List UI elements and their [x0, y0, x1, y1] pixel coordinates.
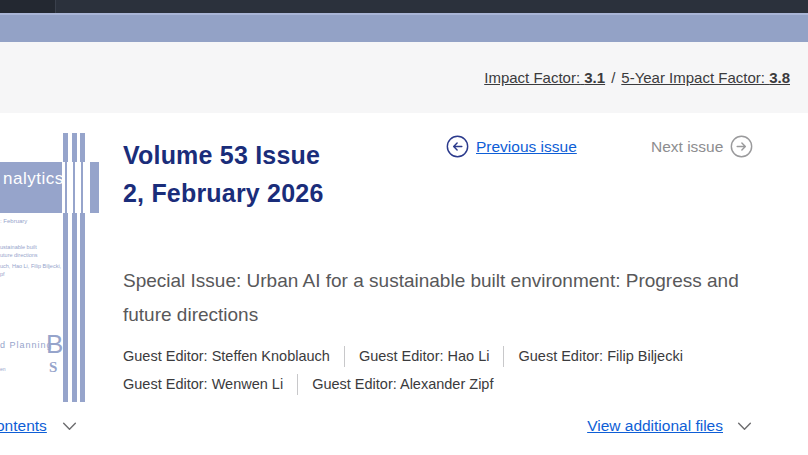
guest-editor: Guest Editor: Alexander Zipf	[312, 376, 493, 392]
journal-issue-page: Impact Factor: 3.1 / 5-Year Impact Facto…	[0, 0, 808, 455]
cover-text-line: uch, Hao Li, Filip Biljecki,	[0, 262, 61, 270]
cover-masthead-band: nalytics	[0, 162, 99, 213]
arrow-right-circle-icon	[730, 135, 753, 158]
issue-toolbar: ontents View additional files	[0, 417, 808, 447]
five-year-impact-factor-link[interactable]: 5-Year Impact Factor: 3.8	[621, 69, 790, 86]
view-additional-files-toggle[interactable]: View additional files	[587, 417, 752, 435]
metrics-separator: /	[611, 69, 615, 86]
previous-issue-link[interactable]: Previous issue	[446, 135, 577, 158]
cover-text-line: pf	[0, 270, 61, 278]
issue-title: Volume 53 Issue2, February 2026	[123, 136, 433, 212]
impact-factor-value: 3.1	[584, 69, 605, 86]
view-additional-files-label: View additional files	[587, 417, 723, 435]
chevron-down-icon	[737, 422, 752, 431]
guest-editor: Guest Editor: Steffen Knoblauch	[123, 348, 330, 364]
special-issue-title: Special Issue: Urban AI for a sustainabl…	[123, 264, 763, 331]
cover-band-window	[62, 162, 90, 213]
cover-thin-stripe	[81, 162, 83, 213]
journal-cover-image[interactable]: nalytics : February ustainable built utu…	[0, 128, 99, 410]
impact-factor-link[interactable]: Impact Factor: 3.1	[484, 69, 605, 86]
guest-editor: Guest Editor: Hao Li	[359, 348, 490, 364]
cover-masthead-text: nalytics	[3, 169, 64, 189]
table-of-contents-label: ontents	[0, 417, 47, 435]
metrics-band: Impact Factor: 3.1 / 5-Year Impact Facto…	[0, 42, 808, 113]
cover-issue-text: ustainable built uture directions uch, H…	[0, 243, 61, 278]
guest-editor: Guest Editor: Filip Biljecki	[518, 348, 682, 364]
editor-divider	[297, 374, 298, 395]
issue-title-line2: 2, February 2026	[123, 179, 324, 207]
guest-editors-row: Guest Editor: Wenwen Li Guest Editor: Al…	[123, 370, 773, 398]
next-issue-label: Next issue	[651, 138, 723, 156]
cover-date-text: : February	[0, 218, 27, 224]
chevron-down-icon	[62, 422, 77, 431]
impact-factor-label: Impact Factor:	[484, 69, 580, 86]
arrow-left-circle-icon	[446, 135, 469, 158]
previous-issue-label: Previous issue	[476, 138, 577, 156]
table-of-contents-toggle[interactable]: ontents	[0, 417, 77, 435]
issue-title-line1: Volume 53 Issue	[123, 141, 320, 169]
guest-editors-row: Guest Editor: Steffen Knoblauch Guest Ed…	[123, 342, 773, 370]
cover-thin-stripe	[73, 162, 75, 213]
cover-text-line: ustainable built	[0, 243, 61, 251]
top-bar-left-segment	[0, 0, 56, 13]
impact-factor-group: Impact Factor: 3.1 / 5-Year Impact Facto…	[484, 42, 790, 113]
sage-logo: S	[49, 359, 57, 376]
next-issue-link-disabled: Next issue	[651, 135, 753, 158]
journal-brand-bar	[0, 13, 808, 42]
browser-top-bar	[0, 0, 808, 13]
guest-editors: Guest Editor: Steffen Knoblauch Guest Ed…	[123, 342, 773, 398]
editor-divider	[503, 346, 504, 367]
cover-footer-small-text: en	[0, 366, 6, 372]
cover-thin-stripe	[65, 162, 67, 213]
five-year-impact-factor-value: 3.8	[769, 69, 790, 86]
cover-series-title: d Planning	[0, 340, 53, 350]
cover-series-letter: B	[46, 329, 63, 360]
editor-divider	[344, 346, 345, 367]
cover-text-line: uture directions	[0, 251, 61, 259]
five-year-impact-factor-label: 5-Year Impact Factor:	[621, 69, 765, 86]
guest-editor: Guest Editor: Wenwen Li	[123, 376, 283, 392]
